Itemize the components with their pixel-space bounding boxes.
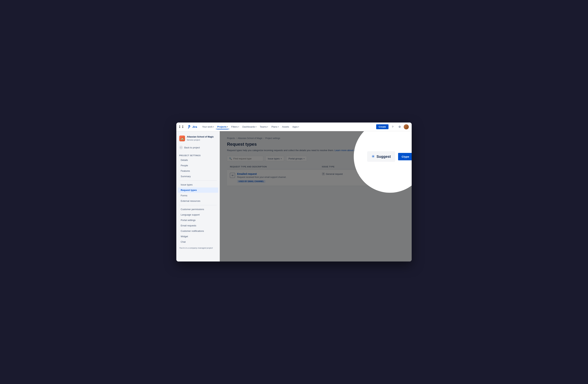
sidebar-footer: You're in a company-managed project [176,245,220,251]
breadcrumb-project-settings[interactable]: Project settings [265,137,280,140]
sidebar-item-summary[interactable]: Summary [178,174,218,179]
page-description: Request types help you categorize incomi… [227,149,404,152]
email-badge: USED BY EMAIL CHANNEL [237,180,265,183]
table-header: Request type and description Issue type … [227,164,404,170]
request-type-cell: ✉ Emailed request Request received from … [230,172,322,183]
page-title: Request types [227,142,404,147]
app-window: Jira Your work ▾ Projects ▾ Filters ▾ [176,122,412,262]
settings-button[interactable]: ⚙ [397,124,402,130]
nav-projects[interactable]: Projects ▾ [216,124,229,129]
sidebar-section-project-settings: Project settings [176,152,220,157]
sidebar-item-forms[interactable]: Forms [178,193,218,198]
chevron-down-icon: ▾ [278,126,279,128]
back-to-project-label: Back to project [184,146,200,149]
chevron-down-icon: ▾ [267,126,268,128]
breadcrumb-sep-2: / [264,137,264,140]
search-icon: 🔍 [229,157,232,160]
nav-apps[interactable]: Apps ▾ [291,124,301,129]
breadcrumb: Projects / Atlassian School of Magic / P… [227,137,404,140]
learn-more-link[interactable]: Learn more about request types. [335,149,369,152]
sidebar-item-widget[interactable]: Widget [178,234,218,239]
project-type: Service project [187,139,200,141]
create-request-type-button[interactable]: Create request type [378,156,404,161]
chevron-down-icon: ▾ [281,158,282,160]
breadcrumb-sep-1: / [236,137,236,140]
breadcrumb-projects[interactable]: Projects [227,137,235,140]
toolbar: 🔍 Issue types ▾ Portal groups ▾ Create r… [227,156,404,161]
sidebar: 🏫 Atlassian School of Magic Service proj… [176,131,220,262]
issue-type-icon: ? [322,172,325,175]
portal-status-cell: Hidden from portal [358,172,394,175]
nav-plans[interactable]: Plans ▾ [270,124,280,129]
grid-icon[interactable] [179,126,185,128]
issue-type-label: General request [326,173,343,175]
create-button[interactable]: Create [376,124,388,129]
col-header-actions [394,166,401,168]
main-content: Projects / Atlassian School of Magic / P… [220,131,412,262]
issue-types-dropdown[interactable]: Issue types ▾ [265,156,284,161]
request-name-link[interactable]: Emailed request [237,172,286,175]
search-box: 🔍 [227,156,263,161]
project-info: Atlassian School of Magic Service projec… [187,136,214,141]
sidebar-item-language-support[interactable]: Language support [178,212,218,217]
nav-filters-link[interactable]: Filters ▾ [230,124,240,129]
sidebar-divider-2 [179,205,217,205]
project-icon: 🏫 [179,136,185,141]
sidebar-item-chat[interactable]: Chat [178,239,218,244]
email-icon: ✉ [230,173,235,178]
chevron-down-icon: ▾ [238,126,239,128]
sidebar-item-portal-settings[interactable]: Portal settings [178,218,218,223]
row-more-options-button[interactable]: ··· [394,172,401,177]
sidebar-item-issue-types[interactable]: Issue types [178,182,218,187]
nav-projects-link[interactable]: Projects ▾ [216,124,229,129]
search-input[interactable] [233,157,261,160]
sidebar-item-customer-notifications[interactable]: Customer notifications [178,228,218,234]
sidebar-project: 🏫 Atlassian School of Magic Service proj… [176,134,220,144]
jira-logo[interactable]: Jira [187,125,197,129]
nav-your-work-link[interactable]: Your work ▾ [201,124,215,129]
portal-groups-dropdown[interactable]: Portal groups ▾ [286,156,307,161]
sidebar-item-request-types[interactable]: Request types [178,187,218,193]
sidebar-item-details[interactable]: Details [178,158,218,163]
chevron-down-icon: ▾ [227,126,228,128]
nav-teams-link[interactable]: Teams ▾ [258,124,270,129]
col-header-issue-type: Issue type [322,166,358,168]
sidebar-item-email-requests[interactable]: Email requests [178,223,218,228]
back-icon: ← [179,146,183,149]
table-row: ✉ Emailed request Request received from … [227,170,404,186]
nav-your-work[interactable]: Your work ▾ [201,124,215,129]
topnav-right: ? ⚙ [390,124,409,130]
nav-teams[interactable]: Teams ▾ [258,124,270,129]
top-navigation: Jira Your work ▾ Projects ▾ Filters ▾ [176,122,412,131]
main-nav: Your work ▾ Projects ▾ Filters ▾ Da [201,124,374,129]
request-info: Emailed request Request received from yo… [237,172,286,183]
nav-apps-link[interactable]: Apps ▾ [291,124,301,129]
sidebar-item-external-resources[interactable]: External resources [178,198,218,203]
sidebar-item-features[interactable]: Features [178,168,218,174]
chevron-down-icon: ▾ [298,126,299,128]
breadcrumb-project-name[interactable]: Atlassian School of Magic [238,137,262,140]
help-button[interactable]: ? [390,124,395,130]
user-avatar[interactable] [404,124,409,129]
nav-dashboards[interactable]: Dashboards ▾ [241,124,258,129]
request-description: Request received from your email support… [237,176,286,179]
nav-assets-link[interactable]: Assets [281,124,291,129]
main-layout: 🏫 Atlassian School of Magic Service proj… [176,131,412,262]
nav-filters[interactable]: Filters ▾ [230,124,240,129]
chevron-down-icon: ▾ [256,126,256,128]
nav-plans-link[interactable]: Plans ▾ [270,124,280,129]
project-name: Atlassian School of Magic [187,136,214,138]
chevron-down-icon: ▾ [213,126,214,128]
col-header-groups: Groups [358,166,394,168]
sidebar-item-customer-permissions[interactable]: Customer permissions [178,207,218,212]
jira-logo-text: Jira [192,125,197,128]
col-header-request-type: Request type and description [230,166,322,168]
issue-type-cell: ? General request [322,172,358,175]
nav-assets[interactable]: Assets [281,124,291,129]
nav-dashboards-link[interactable]: Dashboards ▾ [241,124,258,129]
back-to-project-link[interactable]: ← Back to project [176,144,220,151]
sidebar-item-people[interactable]: People [178,163,218,168]
chevron-down-icon: ▾ [304,158,304,160]
